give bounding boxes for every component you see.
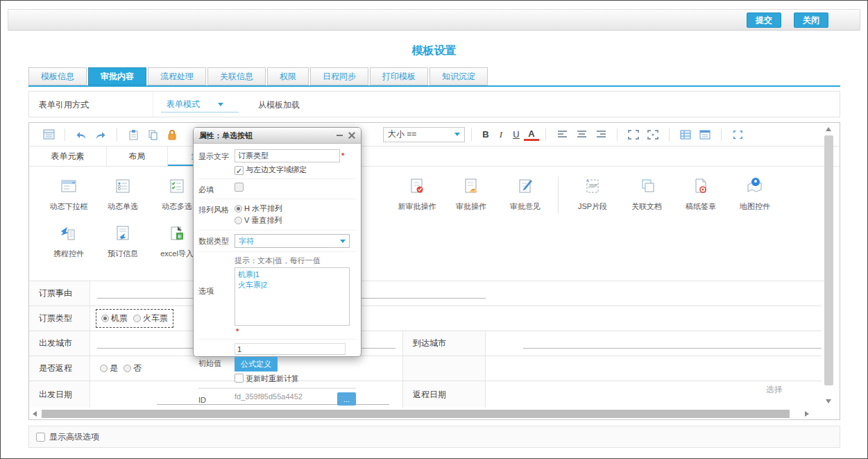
dialog-title: 属性：单选按钮 bbox=[199, 131, 253, 141]
form-reference-label: 表单引用方式 bbox=[39, 99, 89, 111]
advanced-options-row: 显示高级选项 bbox=[28, 426, 840, 448]
palette-tab-layout[interactable]: 布局 bbox=[107, 147, 168, 166]
palette-item-approval-opinion[interactable]: 审批意见 bbox=[498, 175, 552, 212]
divider bbox=[617, 128, 618, 141]
palette-item-map-control[interactable]: 地图控件 bbox=[728, 175, 782, 212]
close-icon[interactable] bbox=[348, 132, 355, 139]
vertical-scrollbar[interactable] bbox=[824, 124, 834, 406]
show-advanced-label: 显示高级选项 bbox=[49, 431, 99, 443]
vertical-scroll-thumb[interactable] bbox=[824, 135, 833, 385]
insert-table-icon[interactable] bbox=[677, 126, 694, 143]
tab-schedule-sync[interactable]: 日程同步 bbox=[310, 67, 368, 85]
palette-item-related-document[interactable]: 关联文档 bbox=[620, 175, 674, 212]
required-mark: * bbox=[341, 151, 344, 160]
chevron-down-icon bbox=[218, 103, 223, 106]
palette-item-ctrip-control[interactable]: 携程控件 bbox=[42, 222, 96, 259]
radio-yes[interactable] bbox=[100, 365, 108, 372]
palette-item-new-approval-action[interactable]: 新审批操作 bbox=[390, 175, 444, 212]
required-mark: * bbox=[236, 327, 239, 335]
form-mode-dropdown[interactable]: 表单模式 bbox=[161, 97, 239, 112]
submit-button[interactable]: 提交 bbox=[747, 12, 781, 28]
divider bbox=[471, 128, 472, 141]
id-more-button[interactable]: ... bbox=[337, 392, 356, 406]
radio-train[interactable] bbox=[133, 315, 141, 322]
palette-item-dynamic-dropdown[interactable]: 动态下拉框 bbox=[42, 175, 96, 212]
data-type-select[interactable]: 字符 bbox=[235, 234, 350, 248]
display-text-input[interactable] bbox=[235, 149, 340, 162]
vertical-radio[interactable] bbox=[235, 217, 242, 224]
shrink-region-icon[interactable] bbox=[645, 126, 661, 143]
recalc-checkbox[interactable] bbox=[235, 374, 244, 383]
font-color-button[interactable]: A bbox=[524, 128, 539, 141]
italic-button[interactable]: I bbox=[493, 129, 509, 140]
show-advanced-checkbox[interactable] bbox=[36, 433, 45, 442]
svg-text:JSP: JSP bbox=[588, 183, 597, 188]
top-action-bar: 提交 关闭 bbox=[8, 9, 860, 31]
tab-underline bbox=[28, 85, 840, 87]
radio-plane[interactable] bbox=[101, 315, 109, 322]
lock-icon[interactable] bbox=[164, 126, 180, 143]
paste-icon[interactable] bbox=[125, 126, 142, 143]
horizontal-scrollbar[interactable] bbox=[31, 409, 822, 419]
dialog-titlebar[interactable]: 属性：单选按钮 bbox=[194, 128, 361, 144]
svg-text:E: E bbox=[178, 233, 182, 240]
align-center-icon[interactable] bbox=[573, 126, 590, 143]
field-label: 订票事由 bbox=[29, 281, 90, 306]
selected-radio-group[interactable]: 机票 火车票 bbox=[96, 309, 173, 328]
copy-icon[interactable] bbox=[144, 126, 161, 143]
align-right-icon[interactable] bbox=[593, 126, 609, 143]
tab-print-template[interactable]: 打印模板 bbox=[370, 67, 428, 85]
tab-permissions[interactable]: 权限 bbox=[267, 67, 309, 85]
radio-no[interactable] bbox=[124, 365, 131, 372]
palette-divider bbox=[558, 176, 559, 214]
form-properties-icon[interactable] bbox=[40, 126, 57, 143]
tab-process[interactable]: 流程处理 bbox=[148, 67, 206, 85]
palette-item-paper-seal[interactable]: 稿纸签章 bbox=[674, 175, 728, 212]
undo-icon[interactable] bbox=[73, 126, 90, 143]
bold-button[interactable]: B bbox=[478, 129, 493, 140]
expand-region-icon[interactable] bbox=[625, 126, 642, 143]
formula-define-button[interactable]: 公式定义 bbox=[235, 357, 278, 372]
palette-item-jsp-fragment[interactable]: JSP JSP片段 bbox=[565, 175, 620, 212]
fullscreen-icon[interactable] bbox=[729, 126, 746, 143]
align-left-icon[interactable] bbox=[554, 126, 570, 143]
form-row-ticket-type: 订票类型 机票 火车票 bbox=[29, 306, 822, 331]
scroll-right-icon[interactable] bbox=[805, 411, 809, 417]
tab-related-info[interactable]: 关联信息 bbox=[207, 67, 266, 85]
palette-item-dynamic-radio[interactable]: 动态单选 bbox=[96, 175, 150, 212]
close-button[interactable]: 关闭 bbox=[794, 12, 828, 28]
form-row-reason: 订票事由 bbox=[29, 281, 822, 306]
minimize-icon[interactable] bbox=[337, 135, 343, 136]
scroll-down-icon[interactable] bbox=[826, 399, 831, 403]
form-designer: 大小 == B I U A bbox=[28, 122, 840, 420]
tab-approval-content[interactable]: 审批内容 bbox=[88, 67, 146, 85]
field-id-value: fd_359f85d55a4452 bbox=[235, 392, 303, 401]
bind-left-text-checkbox[interactable] bbox=[235, 166, 244, 175]
font-size-dropdown[interactable]: 大小 == bbox=[383, 127, 465, 142]
redo-icon[interactable] bbox=[92, 126, 109, 143]
palette-item-booking-info[interactable]: 预订信息 bbox=[96, 222, 150, 259]
paper-seal-icon bbox=[674, 175, 728, 197]
field-options: 选项 提示：文本|值，每行一值 机票|1 火车票|2 * bbox=[198, 252, 356, 340]
horizontal-radio[interactable] bbox=[235, 205, 242, 212]
initial-value-input[interactable] bbox=[235, 343, 346, 355]
text-input-underline[interactable] bbox=[523, 339, 822, 349]
table-properties-icon[interactable] bbox=[697, 126, 713, 143]
palette-item-approval-action[interactable]: 审批操作 bbox=[444, 175, 498, 212]
tab-knowledge[interactable]: 知识沉淀 bbox=[429, 67, 488, 85]
palette-tab-form-elements[interactable]: 表单元素 bbox=[29, 147, 107, 166]
scroll-up-icon[interactable] bbox=[826, 127, 831, 131]
tab-template-info[interactable]: 模板信息 bbox=[28, 67, 87, 85]
required-checkbox[interactable] bbox=[235, 183, 244, 192]
underline-button[interactable]: U bbox=[509, 129, 524, 140]
load-from-template-link[interactable]: 从模板加载 bbox=[258, 99, 300, 111]
scroll-left-icon[interactable] bbox=[33, 411, 37, 417]
horizontal-scroll-thumb[interactable] bbox=[42, 410, 790, 418]
form-row-departure-city: 出发城市 到达城市 bbox=[29, 331, 822, 356]
main-tabbar: 模板信息 审批内容 流程处理 关联信息 权限 日程同步 打印模板 知识沉淀 bbox=[28, 67, 488, 85]
options-hint: 提示：文本|值，每行一值 bbox=[235, 256, 356, 266]
date-choose-link[interactable]: 选择 bbox=[766, 384, 783, 396]
field-label: 到达城市 bbox=[402, 331, 486, 356]
options-textarea[interactable]: 机票|1 火车票|2 bbox=[235, 267, 350, 326]
divider bbox=[153, 92, 153, 117]
